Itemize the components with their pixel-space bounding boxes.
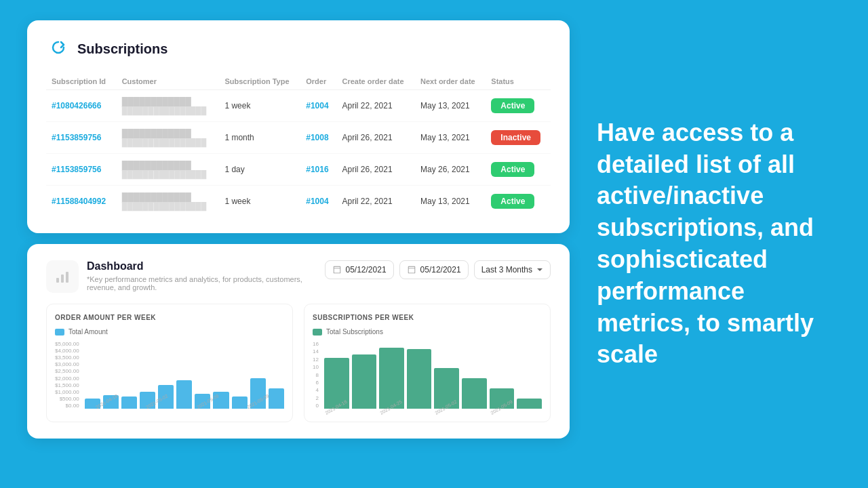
dashboard-icon [46,260,79,293]
subscription-type: 1 week [219,90,300,122]
col-header-type: Subscription Type [219,73,300,90]
subscriptions-icon [46,37,71,61]
subscriptions-per-week-chart: SUBSCRIPTIONS PER WEEK Total Subscriptio… [304,304,551,422]
next-date: May 13, 2021 [415,186,486,218]
order-amount-chart: ORDER AMOUNT PER WEEK Total Amount $5,00… [46,304,293,422]
customer-email: ████████████████ [122,202,214,210]
col-header-create-date: Create order date [337,73,416,90]
table-row: #11588404992 ████████████ ██████████████… [46,186,551,218]
subscriptions-table: Subscription Id Customer Subscription Ty… [46,73,551,217]
dashboard-title: Dashboard [87,260,304,272]
customer-name: ████████████ [122,161,214,170]
col-header-status: Status [486,73,551,90]
subscriptions-header: Subscriptions [46,37,551,61]
create-date: April 26, 2021 [337,154,416,186]
customer-email: ████████████████ [122,106,214,115]
col-header-id: Subscription Id [46,73,117,90]
bar [176,380,192,409]
svg-rect-1 [61,274,64,283]
next-date: May 13, 2021 [415,122,486,154]
customer-name: ████████████ [122,192,214,202]
create-date: April 22, 2021 [337,90,416,122]
chart1-legend: Total Amount [55,328,284,336]
subscription-type: 1 month [219,122,300,154]
chart2-legend-dot [313,329,322,336]
chart1-x-labels: 2021-04-182021-05-022021-05-092021-05-09 [85,411,284,416]
chart1-legend-label: Total Amount [68,328,108,336]
promo-text: Have access to a detailed list of all ac… [597,117,841,371]
status-badge: Active [491,162,534,177]
order-link[interactable]: #1004 [306,197,328,206]
chart2-x-labels: 2021-04-182021-04-252021-05-022021-05-09 [324,411,542,416]
create-date: April 26, 2021 [337,122,416,154]
chart2-legend-label: Total Subscriptions [326,328,383,336]
status-badge: Active [491,194,534,209]
bar [121,396,137,409]
customer-email: ████████████████ [122,170,214,178]
chart2-y-axis: 16 14 12 10 8 6 4 2 0 [313,341,319,409]
chart2-bars [324,341,542,409]
order-link[interactable]: #1004 [306,101,328,110]
sub-id[interactable]: #1080426666 [52,101,101,110]
customer-name: ████████████ [122,97,214,106]
date-to-value: 05/12/2021 [420,265,461,274]
chart2-legend: Total Subscriptions [313,328,542,336]
chart1-title: ORDER AMOUNT PER WEEK [55,314,284,321]
chart2-title: SUBSCRIPTIONS PER WEEK [313,314,542,321]
col-header-order: Order [300,73,336,90]
table-row: #1153859756 ████████████ ███████████████… [46,122,551,154]
date-from-value: 05/12/2021 [346,265,387,274]
date-from-input[interactable]: 05/12/2021 [325,260,394,279]
customer-name: ████████████ [122,129,214,138]
order-link[interactable]: #1008 [306,133,328,142]
create-date: April 22, 2021 [337,186,416,218]
period-select[interactable]: Last 3 Months [474,260,551,279]
sub-id[interactable]: #11588404992 [52,197,106,206]
date-to-input[interactable]: 05/12/2021 [399,260,469,279]
next-date: May 26, 2021 [415,154,486,186]
col-header-customer: Customer [117,73,220,90]
dash-title-group: Dashboard *Key performance metrics and a… [46,260,304,293]
period-value: Last 3 Months [481,265,532,274]
col-header-next-date: Next order date [415,73,486,90]
subscription-type: 1 day [219,154,300,186]
dashboard-card: Dashboard *Key performance metrics and a… [27,244,570,439]
chart1-legend-dot [55,329,64,336]
next-date: May 13, 2021 [415,90,486,122]
subscriptions-title: Subscriptions [77,41,167,57]
table-row: #1080426666 ████████████ ███████████████… [46,90,551,122]
dashboard-header: Dashboard *Key performance metrics and a… [46,260,551,293]
status-badge: Active [491,98,534,113]
table-row: #1153859756 ████████████ ███████████████… [46,154,551,186]
order-link[interactable]: #1016 [306,165,328,174]
left-panel: Subscriptions Subscription Id Customer S… [0,7,583,481]
customer-email: ████████████████ [122,138,214,146]
svg-rect-2 [66,272,68,283]
chart1-y-axis: $5,000.00 $4,000.00 $3,500.00 $3,000.00 … [55,341,79,409]
subscription-type: 1 week [219,186,300,218]
svg-rect-0 [56,278,59,283]
subscriptions-card: Subscriptions Subscription Id Customer S… [27,20,570,233]
sub-id[interactable]: #1153859756 [52,133,101,142]
dashboard-controls: 05/12/2021 05/12/2021 Last 3 Months [325,260,551,279]
right-panel: Have access to a detailed list of all ac… [583,7,868,481]
charts-row: ORDER AMOUNT PER WEEK Total Amount $5,00… [46,304,551,422]
dashboard-subtitle: *Key performance metrics and analytics, … [87,275,304,291]
status-badge: Inactive [491,130,540,145]
sub-id[interactable]: #1153859756 [52,165,101,174]
